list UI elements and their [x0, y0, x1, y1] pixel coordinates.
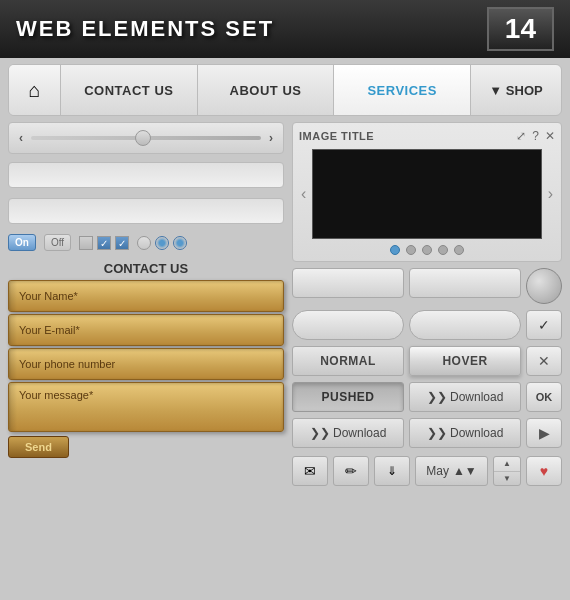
header: WEB ELEMENTS SET 14 — [0, 0, 570, 58]
nav-contact-us[interactable]: CONTACT US — [61, 65, 198, 115]
button-circle[interactable] — [526, 268, 562, 304]
search-box-1[interactable] — [8, 162, 284, 188]
slider-left-arrow[interactable]: ‹ — [19, 131, 23, 145]
right-panel: IMAGE TITLE ⤢ ? ✕ ‹ › — [292, 122, 562, 486]
step-down-button[interactable]: ▼ — [494, 472, 520, 486]
email-field[interactable]: Your E-mail* — [8, 314, 284, 346]
radio-2[interactable] — [155, 236, 169, 250]
buttons-row-5: ❯❯ Download ❯❯ Download ▶ — [292, 418, 562, 448]
button-flat-2[interactable] — [409, 268, 521, 298]
dot-1[interactable] — [390, 245, 400, 255]
panel-help-icon[interactable]: ? — [532, 129, 539, 143]
main-content: ‹ › On Off CONTACT US — [8, 122, 562, 486]
button-flat-1[interactable] — [292, 268, 404, 298]
radio-3[interactable] — [173, 236, 187, 250]
button-pill-1[interactable] — [292, 310, 404, 340]
header-number: 14 — [487, 7, 554, 51]
panel-expand-icon[interactable]: ⤢ — [516, 129, 526, 143]
double-arrow-button[interactable]: ⇓ — [374, 456, 410, 486]
button-check[interactable]: ✓ — [526, 310, 562, 340]
radio-group — [137, 236, 187, 250]
button-ok[interactable]: OK — [526, 382, 562, 412]
phone-field[interactable]: Your phone number — [8, 348, 284, 380]
nav-services[interactable]: SERVICES — [334, 65, 471, 115]
toggle-off-button[interactable]: Off — [44, 234, 71, 251]
radio-1[interactable] — [137, 236, 151, 250]
button-normal[interactable]: NORMAL — [292, 346, 404, 376]
checkbox-2[interactable] — [97, 236, 111, 250]
stepper[interactable]: ▲ ▼ — [493, 456, 521, 486]
image-panel-header: IMAGE TITLE ⤢ ? ✕ — [299, 129, 555, 143]
contact-form-title: CONTACT US — [8, 261, 284, 276]
checkbox-3[interactable] — [115, 236, 129, 250]
dot-3[interactable] — [422, 245, 432, 255]
message-field[interactable]: Your message* — [8, 382, 284, 432]
dot-2[interactable] — [406, 245, 416, 255]
slider-thumb[interactable] — [135, 130, 151, 146]
toggle-on-button[interactable]: On — [8, 234, 36, 251]
checkbox-group — [79, 236, 129, 250]
button-arrow-right[interactable]: ▶ — [526, 418, 562, 448]
image-prev-arrow[interactable]: ‹ — [299, 185, 308, 203]
button-close[interactable]: ✕ — [526, 346, 562, 376]
image-display: ‹ › — [299, 149, 555, 239]
send-button[interactable]: Send — [8, 436, 69, 458]
buttons-row-4: PUSHED ❯❯ Download OK — [292, 382, 562, 412]
image-area — [312, 149, 541, 239]
contact-form: CONTACT US Your Name* Your E-mail* Your … — [8, 261, 284, 458]
pencil-button[interactable]: ✏ — [333, 456, 369, 486]
buttons-row-1 — [292, 268, 562, 304]
button-pill-2[interactable] — [409, 310, 521, 340]
image-dots — [299, 245, 555, 255]
image-panel-controls: ⤢ ? ✕ — [516, 129, 555, 143]
navigation: ⌂ CONTACT US ABOUT US SERVICES ▼ SHOP — [8, 64, 562, 116]
image-panel-title: IMAGE TITLE — [299, 130, 374, 142]
bottom-bar: ✉ ✏ ⇓ May ▲▼ ▲ ▼ ♥ — [292, 456, 562, 486]
nav-about-us[interactable]: ABOUT US — [198, 65, 335, 115]
button-download-1[interactable]: ❯❯ Download — [409, 382, 521, 412]
button-hover[interactable]: HOVER — [409, 346, 521, 376]
email-button[interactable]: ✉ — [292, 456, 328, 486]
buttons-row-2: ✓ — [292, 310, 562, 340]
paper-fields: Your Name* Your E-mail* Your phone numbe… — [8, 280, 284, 432]
dot-5[interactable] — [454, 245, 464, 255]
button-download-2[interactable]: ❯❯ Download — [292, 418, 404, 448]
header-title: WEB ELEMENTS SET — [16, 16, 274, 42]
month-select[interactable]: May ▲▼ — [415, 456, 488, 486]
image-next-arrow[interactable]: › — [546, 185, 555, 203]
toggle-row: On Off — [8, 234, 284, 251]
button-download-3[interactable]: ❯❯ Download — [409, 418, 521, 448]
heart-button[interactable]: ♥ — [526, 456, 562, 486]
buttons-row-3: NORMAL HOVER ✕ — [292, 346, 562, 376]
nav-home-button[interactable]: ⌂ — [9, 65, 61, 115]
search-box-2[interactable] — [8, 198, 284, 224]
dot-4[interactable] — [438, 245, 448, 255]
nav-shop[interactable]: ▼ SHOP — [471, 65, 561, 115]
name-field[interactable]: Your Name* — [8, 280, 284, 312]
slider-track[interactable] — [31, 136, 261, 140]
checkbox-1[interactable] — [79, 236, 93, 250]
left-panel: ‹ › On Off CONTACT US — [8, 122, 284, 486]
step-up-button[interactable]: ▲ — [494, 457, 520, 472]
slider-right-arrow[interactable]: › — [269, 131, 273, 145]
panel-close-icon[interactable]: ✕ — [545, 129, 555, 143]
button-pushed[interactable]: PUSHED — [292, 382, 404, 412]
slider-container: ‹ › — [8, 122, 284, 154]
image-panel: IMAGE TITLE ⤢ ? ✕ ‹ › — [292, 122, 562, 262]
